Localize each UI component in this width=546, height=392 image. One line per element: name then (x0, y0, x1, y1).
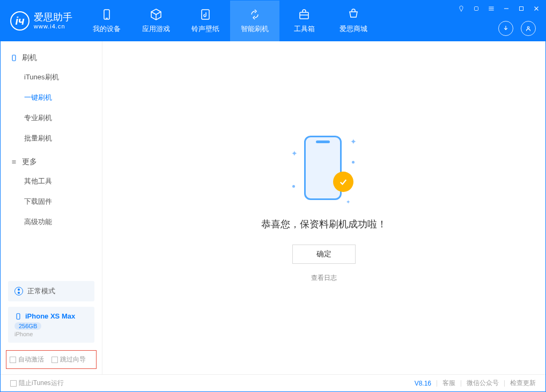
sidebar-item-pro[interactable]: 专业刷机 (1, 108, 102, 128)
device-storage: 256GB (14, 322, 41, 330)
svg-rect-4 (475, 7, 478, 11)
checkbox-skip-wizard[interactable]: 跳过向导 (51, 355, 86, 364)
sidebar: 刷机 iTunes刷机 一键刷机 专业刷机 批量刷机 更多 其他工具 下载固件 … (1, 41, 102, 374)
phone-icon (10, 54, 18, 62)
sidebar-item-advanced[interactable]: 高级功能 (1, 212, 102, 232)
svg-rect-2 (202, 10, 209, 19)
main-content: ✦✦✦ 恭喜您，保资料刷机成功啦！ 确定 查看日志 (102, 41, 545, 374)
plugin-icon[interactable] (471, 4, 481, 13)
music-icon (199, 8, 212, 21)
device-name: iPhone XS Max (25, 312, 75, 320)
svg-rect-17 (17, 313, 20, 319)
svg-rect-9 (520, 7, 523, 11)
tab-store[interactable]: 爱思商城 (329, 1, 378, 41)
cart-icon (347, 8, 360, 21)
view-log-link[interactable]: 查看日志 (311, 273, 337, 283)
mode-badge[interactable]: 正常模式 (8, 281, 94, 301)
sidebar-item-other-tools[interactable]: 其他工具 (1, 171, 102, 191)
svg-rect-13 (12, 55, 16, 61)
logo-icon: iч (10, 11, 29, 31)
tab-smart-flash[interactable]: 智能刷机 (230, 1, 279, 41)
app-title: 爱思助手 (34, 12, 72, 23)
sidebar-item-download-firmware[interactable]: 下载固件 (1, 191, 102, 212)
sidebar-item-oneclick[interactable]: 一键刷机 (1, 87, 102, 108)
app-header: iч 爱思助手 www.i4.cn 我的设备 应用游戏 铃声壁纸 智能刷机 工具… (1, 1, 545, 41)
maximize-button[interactable] (517, 4, 526, 13)
checkbox-auto-activate[interactable]: 自动激活 (10, 355, 44, 364)
device-card[interactable]: iPhone XS Max 256GB iPhone (8, 307, 94, 343)
close-button[interactable] (532, 4, 541, 13)
sidebar-item-itunes[interactable]: iTunes刷机 (1, 67, 102, 87)
cube-icon (150, 8, 163, 21)
download-button[interactable] (498, 21, 513, 36)
footer-link-update[interactable]: 检查更新 (510, 379, 536, 388)
tab-ringtone-wallpaper[interactable]: 铃声壁纸 (181, 1, 230, 41)
highlighted-checkbox-row: 自动激活 跳过向导 (6, 350, 97, 369)
svg-rect-3 (300, 12, 308, 19)
mode-icon (14, 287, 23, 295)
svg-point-12 (527, 27, 529, 29)
tab-toolbox[interactable]: 工具箱 (279, 1, 329, 41)
phone-icon (14, 313, 22, 320)
sidebar-item-batch[interactable]: 批量刷机 (1, 128, 102, 149)
success-message: 恭喜您，保资料刷机成功啦！ (261, 218, 387, 231)
refresh-icon (248, 8, 261, 21)
ok-button[interactable]: 确定 (292, 245, 356, 264)
app-subtitle: www.i4.cn (34, 23, 72, 29)
window-controls (456, 4, 541, 13)
minimize-button[interactable] (501, 4, 511, 13)
footer-link-support[interactable]: 客服 (442, 379, 455, 388)
device-icon (100, 8, 113, 21)
device-type: iPhone (14, 331, 88, 337)
toolbox-icon (298, 8, 311, 21)
checkbox-block-itunes[interactable]: 阻止iTunes运行 (10, 379, 64, 388)
menu-icon[interactable] (486, 4, 496, 13)
header-right-icons (498, 21, 536, 36)
version-label: V8.16 (415, 380, 431, 387)
user-button[interactable] (521, 21, 536, 36)
tab-my-device[interactable]: 我的设备 (82, 1, 131, 41)
theme-icon[interactable] (456, 4, 466, 13)
logo-area: iч 爱思助手 www.i4.cn (1, 11, 82, 31)
list-icon (10, 158, 18, 166)
section-flash: 刷机 (1, 49, 102, 67)
footer-link-wechat[interactable]: 微信公众号 (467, 379, 499, 388)
section-more: 更多 (1, 153, 102, 171)
success-illustration: ✦✦✦ (294, 133, 353, 203)
footer: 阻止iTunes运行 V8.16 客服 微信公众号 检查更新 (1, 374, 545, 391)
nav-tabs: 我的设备 应用游戏 铃声壁纸 智能刷机 工具箱 爱思商城 (82, 1, 378, 41)
tab-apps-games[interactable]: 应用游戏 (131, 1, 181, 41)
check-icon (333, 172, 353, 192)
